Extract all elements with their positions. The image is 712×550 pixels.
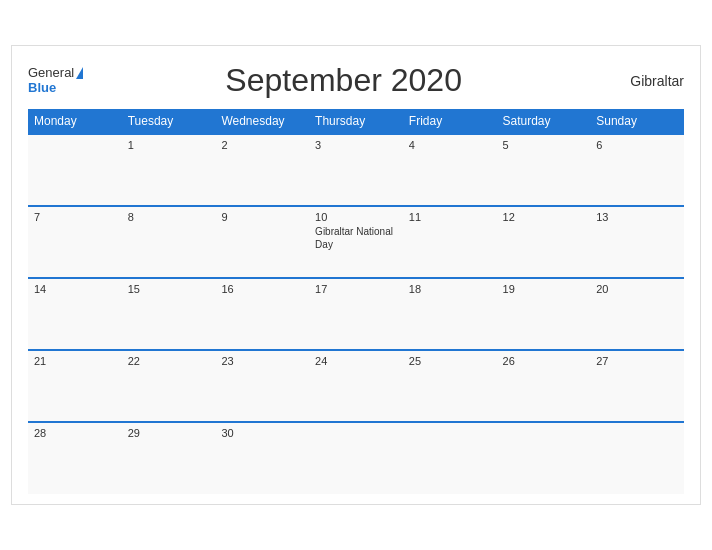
day-cell: 5 xyxy=(497,134,591,206)
day-cell: 16 xyxy=(215,278,309,350)
calendar-header: General Blue September 2020 Gibraltar xyxy=(28,62,684,99)
day-number: 22 xyxy=(128,355,210,367)
day-cell xyxy=(403,422,497,494)
day-cell: 28 xyxy=(28,422,122,494)
day-cell: 2 xyxy=(215,134,309,206)
day-event: Gibraltar National Day xyxy=(315,225,397,251)
day-number: 29 xyxy=(128,427,210,439)
header-friday: Friday xyxy=(403,109,497,134)
header-wednesday: Wednesday xyxy=(215,109,309,134)
day-cell xyxy=(309,422,403,494)
day-cell: 3 xyxy=(309,134,403,206)
day-number: 21 xyxy=(34,355,116,367)
week-row-3: 14151617181920 xyxy=(28,278,684,350)
day-number: 16 xyxy=(221,283,303,295)
day-cell: 29 xyxy=(122,422,216,494)
day-cell: 17 xyxy=(309,278,403,350)
day-cell: 22 xyxy=(122,350,216,422)
week-row-5: 282930 xyxy=(28,422,684,494)
day-cell: 4 xyxy=(403,134,497,206)
day-number: 14 xyxy=(34,283,116,295)
logo-blue: Blue xyxy=(28,81,56,95)
header-thursday: Thursday xyxy=(309,109,403,134)
day-cell: 30 xyxy=(215,422,309,494)
header-saturday: Saturday xyxy=(497,109,591,134)
day-number: 25 xyxy=(409,355,491,367)
header-monday: Monday xyxy=(28,109,122,134)
day-cell: 27 xyxy=(590,350,684,422)
day-cell: 11 xyxy=(403,206,497,278)
day-number: 6 xyxy=(596,139,678,151)
day-number: 7 xyxy=(34,211,116,223)
day-cell: 6 xyxy=(590,134,684,206)
day-number: 19 xyxy=(503,283,585,295)
day-number: 5 xyxy=(503,139,585,151)
day-cell: 12 xyxy=(497,206,591,278)
day-number: 18 xyxy=(409,283,491,295)
day-number: 2 xyxy=(221,139,303,151)
day-cell: 19 xyxy=(497,278,591,350)
week-row-4: 21222324252627 xyxy=(28,350,684,422)
day-cell: 8 xyxy=(122,206,216,278)
day-cell: 20 xyxy=(590,278,684,350)
day-cell: 24 xyxy=(309,350,403,422)
logo-general: General xyxy=(28,66,83,80)
day-number: 20 xyxy=(596,283,678,295)
day-cell: 14 xyxy=(28,278,122,350)
week-row-1: 123456 xyxy=(28,134,684,206)
calendar-title: September 2020 xyxy=(83,62,604,99)
day-cell: 23 xyxy=(215,350,309,422)
day-cell: 10Gibraltar National Day xyxy=(309,206,403,278)
day-cell: 21 xyxy=(28,350,122,422)
day-number: 24 xyxy=(315,355,397,367)
day-number: 11 xyxy=(409,211,491,223)
day-number: 10 xyxy=(315,211,397,223)
day-number: 9 xyxy=(221,211,303,223)
day-number: 1 xyxy=(128,139,210,151)
logo: General Blue xyxy=(28,66,83,95)
header-sunday: Sunday xyxy=(590,109,684,134)
day-number: 26 xyxy=(503,355,585,367)
day-number: 28 xyxy=(34,427,116,439)
day-number: 8 xyxy=(128,211,210,223)
day-number: 15 xyxy=(128,283,210,295)
day-cell: 18 xyxy=(403,278,497,350)
day-cell xyxy=(497,422,591,494)
day-cell: 13 xyxy=(590,206,684,278)
day-number: 3 xyxy=(315,139,397,151)
day-number: 30 xyxy=(221,427,303,439)
day-cell xyxy=(28,134,122,206)
header-tuesday: Tuesday xyxy=(122,109,216,134)
day-cell: 1 xyxy=(122,134,216,206)
day-cell: 15 xyxy=(122,278,216,350)
day-cell: 9 xyxy=(215,206,309,278)
calendar-container: General Blue September 2020 Gibraltar Mo… xyxy=(11,45,701,505)
day-cell: 7 xyxy=(28,206,122,278)
calendar-region: Gibraltar xyxy=(604,73,684,89)
weekday-header-row: Monday Tuesday Wednesday Thursday Friday… xyxy=(28,109,684,134)
calendar-table: Monday Tuesday Wednesday Thursday Friday… xyxy=(28,109,684,494)
week-row-2: 78910Gibraltar National Day111213 xyxy=(28,206,684,278)
day-number: 12 xyxy=(503,211,585,223)
day-number: 13 xyxy=(596,211,678,223)
day-number: 23 xyxy=(221,355,303,367)
day-cell xyxy=(590,422,684,494)
day-cell: 25 xyxy=(403,350,497,422)
logo-triangle-icon xyxy=(76,67,83,79)
day-number: 4 xyxy=(409,139,491,151)
day-number: 17 xyxy=(315,283,397,295)
day-number: 27 xyxy=(596,355,678,367)
day-cell: 26 xyxy=(497,350,591,422)
